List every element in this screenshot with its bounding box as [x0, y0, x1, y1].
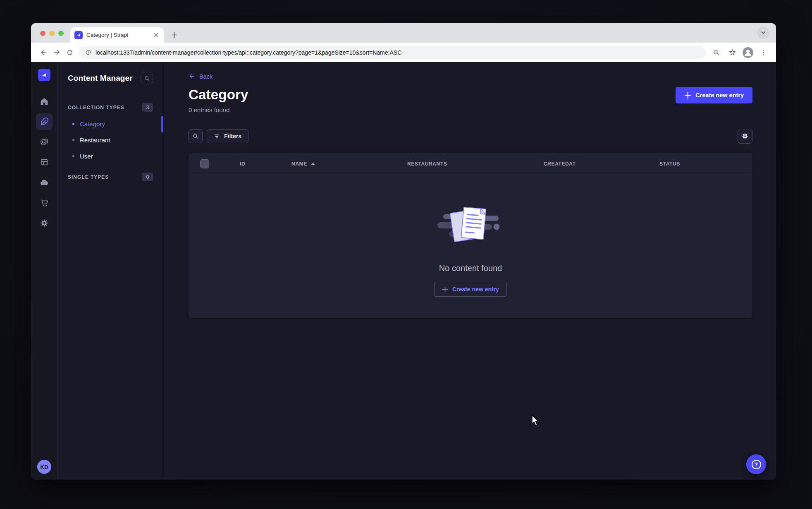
collection-types-count-badge: 3 [142, 103, 153, 112]
window-close-button[interactable] [40, 31, 45, 36]
content-manager-feather-icon[interactable] [36, 113, 53, 130]
reload-icon[interactable] [63, 46, 76, 59]
back-arrow-icon [189, 73, 196, 80]
home-icon[interactable] [36, 93, 53, 110]
column-header-id[interactable]: ID [240, 161, 291, 167]
bullet-icon [72, 155, 74, 157]
view-settings-button[interactable] [738, 129, 752, 144]
strapi-logo-section [31, 62, 57, 87]
help-button[interactable]: ? [746, 454, 766, 474]
subnav-search-button[interactable] [141, 72, 153, 84]
collection-types-section-header: COLLECTION TYPES 3 [58, 99, 163, 116]
desktop-background: Category | Strapi [0, 0, 812, 509]
filters-button[interactable]: Filters [207, 129, 248, 143]
sort-ascending-icon [311, 163, 315, 165]
empty-create-new-entry-button[interactable]: Create new entry [434, 282, 507, 297]
tab-close-icon[interactable] [152, 31, 160, 39]
search-icon [192, 133, 199, 139]
window-minimize-button[interactable] [49, 31, 55, 36]
tab-title: Category | Strapi [86, 32, 148, 38]
back-nav-icon[interactable] [37, 46, 50, 59]
column-header-createdat[interactable]: CREATEDAT [544, 161, 659, 167]
subnav-item-label: Restaurant [80, 137, 110, 144]
main-nav-rail: KD [31, 62, 58, 480]
no-content-illustration [437, 205, 504, 251]
question-mark-icon: ? [752, 460, 761, 469]
single-types-count-badge: 0 [142, 173, 153, 181]
subnav-item-label: Category [80, 120, 105, 127]
plus-icon [442, 286, 448, 293]
main-content: Back Category Create new entry 0 entries… [163, 62, 776, 480]
subnav-item-restaurant[interactable]: Restaurant [58, 132, 163, 148]
empty-state-message: No content found [439, 264, 502, 273]
zoom-page-icon[interactable] [710, 46, 723, 59]
entries-table-card: ID NAME RESTAURANTS CREATEDAT STATUS [189, 153, 752, 318]
settings-gear-icon[interactable] [36, 215, 53, 231]
content-type-builder-icon[interactable] [36, 154, 53, 170]
gear-icon [741, 132, 749, 140]
browser-tab[interactable]: Category | Strapi [70, 27, 164, 43]
empty-state: No content found Create new entry [189, 175, 752, 318]
select-all-checkbox[interactable] [200, 159, 209, 168]
user-avatar[interactable]: KD [37, 460, 51, 474]
cloud-icon[interactable] [36, 174, 53, 191]
collection-types-label: COLLECTION TYPES [68, 105, 124, 110]
subnav-item-user[interactable]: User [58, 148, 163, 164]
content-manager-subnav: Content Manager COLLECTION TYPES 3 Categ… [58, 62, 163, 480]
column-header-status[interactable]: STATUS [659, 161, 741, 167]
url-text: localhost:1337/admin/content-manager/col… [96, 49, 401, 56]
strapi-app: KD Content Manager COLLECTION TYPES 3 [31, 62, 776, 480]
bookmark-star-icon[interactable] [726, 46, 739, 59]
column-header-restaurants[interactable]: RESTAURANTS [407, 161, 544, 167]
page-title: Category [189, 87, 248, 103]
single-types-section-header: SINGLE TYPES 0 [58, 168, 163, 185]
subnav-item-category[interactable]: Category [58, 116, 163, 132]
subnav-item-label: User [80, 153, 93, 160]
column-header-name[interactable]: NAME [291, 161, 407, 167]
filter-icon [214, 133, 220, 139]
table-header-row: ID NAME RESTAURANTS CREATEDAT STATUS [189, 153, 752, 175]
window-zoom-button[interactable] [58, 31, 64, 36]
media-library-icon[interactable] [36, 134, 53, 150]
back-link[interactable]: Back [189, 73, 213, 80]
bullet-icon [72, 139, 74, 141]
marketplace-cart-icon[interactable] [36, 194, 53, 211]
single-types-label: SINGLE TYPES [68, 174, 109, 180]
browser-window: Category | Strapi [31, 23, 776, 480]
bullet-icon [72, 123, 74, 125]
window-controls [40, 31, 64, 36]
create-new-entry-button[interactable]: Create new entry [676, 87, 752, 103]
entries-found-text: 0 entries found [189, 106, 752, 113]
browser-menu-dots-icon[interactable] [757, 46, 770, 59]
toolbar-right [710, 46, 770, 59]
forward-nav-icon[interactable] [50, 46, 63, 59]
browser-toolbar: localhost:1337/admin/content-manager/col… [31, 43, 776, 62]
search-button[interactable] [189, 129, 203, 143]
tab-search-chevron-icon[interactable] [757, 26, 769, 39]
site-info-icon[interactable] [85, 49, 91, 55]
back-label: Back [199, 73, 213, 80]
browser-tab-bar: Category | Strapi [31, 23, 776, 43]
plus-icon [684, 92, 691, 99]
url-bar[interactable]: localhost:1337/admin/content-manager/col… [79, 46, 706, 59]
new-tab-button[interactable] [168, 29, 180, 41]
profile-avatar-icon[interactable] [741, 46, 755, 59]
subnav-title: Content Manager [68, 74, 133, 83]
strapi-logo-icon[interactable] [38, 69, 50, 81]
strapi-favicon-icon [74, 31, 83, 39]
divider [68, 93, 78, 93]
